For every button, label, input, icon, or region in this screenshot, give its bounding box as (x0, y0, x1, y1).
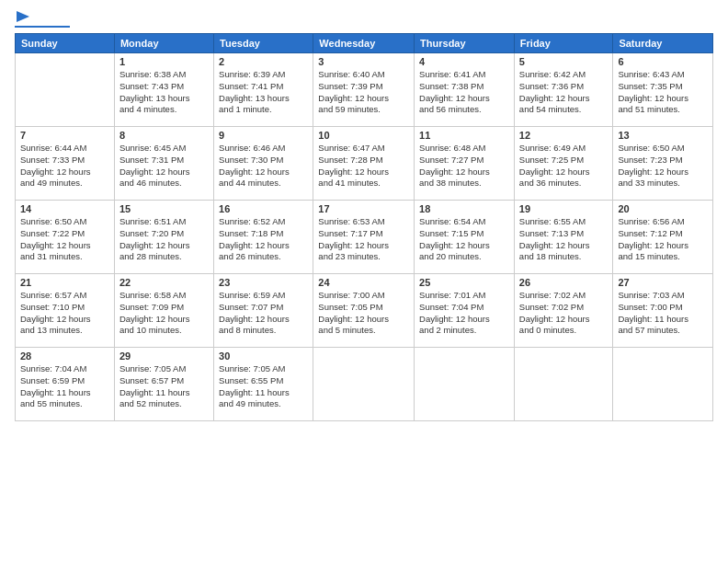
calendar-cell: 16Sunrise: 6:52 AMSunset: 7:18 PMDayligh… (214, 201, 313, 274)
calendar-cell: 15Sunrise: 6:51 AMSunset: 7:20 PMDayligh… (114, 201, 213, 274)
day-info: Sunrise: 6:41 AMSunset: 7:38 PMDaylight:… (419, 69, 509, 116)
calendar-cell: 29Sunrise: 7:05 AMSunset: 6:57 PMDayligh… (114, 348, 213, 421)
weekday-header-sunday: Sunday (16, 34, 115, 53)
day-number: 4 (419, 56, 509, 67)
day-number: 2 (219, 56, 308, 67)
day-number: 16 (219, 203, 308, 214)
day-number: 20 (618, 203, 708, 214)
calendar-cell: 26Sunrise: 7:02 AMSunset: 7:02 PMDayligh… (514, 274, 613, 348)
calendar-cell: 1Sunrise: 6:38 AMSunset: 7:43 PMDaylight… (114, 53, 213, 127)
day-number: 19 (519, 203, 609, 214)
calendar-cell: 22Sunrise: 6:58 AMSunset: 7:09 PMDayligh… (114, 274, 213, 348)
calendar-week-row: 7Sunrise: 6:44 AMSunset: 7:33 PMDaylight… (16, 127, 713, 201)
day-info: Sunrise: 6:55 AMSunset: 7:13 PMDaylight:… (519, 216, 609, 263)
day-number: 13 (618, 130, 708, 141)
day-number: 23 (219, 277, 308, 288)
day-number: 29 (119, 350, 209, 362)
calendar-cell: 17Sunrise: 6:53 AMSunset: 7:17 PMDayligh… (313, 201, 415, 274)
day-info: Sunrise: 6:49 AMSunset: 7:25 PMDaylight:… (519, 143, 609, 190)
day-info: Sunrise: 6:45 AMSunset: 7:31 PMDaylight:… (119, 143, 209, 190)
calendar-cell: 2Sunrise: 6:39 AMSunset: 7:41 PMDaylight… (214, 53, 313, 127)
calendar-cell: 12Sunrise: 6:49 AMSunset: 7:25 PMDayligh… (514, 127, 613, 201)
day-number: 22 (119, 277, 209, 288)
calendar-cell: 3Sunrise: 6:40 AMSunset: 7:39 PMDaylight… (313, 53, 415, 127)
calendar-cell: 25Sunrise: 7:01 AMSunset: 7:04 PMDayligh… (415, 274, 515, 348)
day-info: Sunrise: 6:38 AMSunset: 7:43 PMDaylight:… (119, 69, 209, 116)
day-info: Sunrise: 6:42 AMSunset: 7:36 PMDaylight:… (519, 69, 609, 116)
day-number: 25 (419, 277, 509, 288)
calendar-cell: 5Sunrise: 6:42 AMSunset: 7:36 PMDaylight… (514, 53, 613, 127)
day-number: 26 (519, 277, 609, 288)
calendar-cell: 30Sunrise: 7:05 AMSunset: 6:55 PMDayligh… (214, 348, 313, 421)
calendar-cell: 27Sunrise: 7:03 AMSunset: 7:00 PMDayligh… (613, 274, 713, 348)
calendar-cell (16, 53, 115, 127)
day-info: Sunrise: 6:40 AMSunset: 7:39 PMDaylight:… (318, 69, 409, 116)
page: SundayMondayTuesdayWednesdayThursdayFrid… (0, 0, 728, 563)
day-number: 5 (519, 56, 609, 67)
calendar-cell: 13Sunrise: 6:50 AMSunset: 7:23 PMDayligh… (613, 127, 713, 201)
calendar-cell: 18Sunrise: 6:54 AMSunset: 7:15 PMDayligh… (415, 201, 515, 274)
day-number: 10 (318, 130, 409, 141)
day-number: 7 (20, 130, 109, 141)
day-number: 21 (20, 277, 109, 288)
day-number: 15 (119, 203, 209, 214)
day-info: Sunrise: 6:50 AMSunset: 7:22 PMDaylight:… (20, 216, 109, 263)
day-info: Sunrise: 6:52 AMSunset: 7:18 PMDaylight:… (219, 216, 308, 263)
calendar-cell: 14Sunrise: 6:50 AMSunset: 7:22 PMDayligh… (16, 201, 115, 274)
calendar-week-row: 21Sunrise: 6:57 AMSunset: 7:10 PMDayligh… (16, 274, 713, 348)
header (15, 11, 713, 28)
day-number: 11 (419, 130, 509, 141)
day-number: 17 (318, 203, 409, 214)
day-number: 8 (119, 130, 209, 141)
calendar-week-row: 14Sunrise: 6:50 AMSunset: 7:22 PMDayligh… (16, 201, 713, 274)
day-info: Sunrise: 6:39 AMSunset: 7:41 PMDaylight:… (219, 69, 308, 116)
day-info: Sunrise: 6:59 AMSunset: 7:07 PMDaylight:… (219, 290, 308, 337)
day-number: 30 (219, 350, 308, 362)
calendar-cell: 23Sunrise: 6:59 AMSunset: 7:07 PMDayligh… (214, 274, 313, 348)
day-number: 3 (318, 56, 409, 67)
day-info: Sunrise: 6:48 AMSunset: 7:27 PMDaylight:… (419, 143, 509, 190)
calendar-cell: 24Sunrise: 7:00 AMSunset: 7:05 PMDayligh… (313, 274, 415, 348)
day-number: 14 (20, 203, 109, 214)
calendar-cell: 6Sunrise: 6:43 AMSunset: 7:35 PMDaylight… (613, 53, 713, 127)
day-info: Sunrise: 6:58 AMSunset: 7:09 PMDaylight:… (119, 290, 209, 337)
weekday-header-saturday: Saturday (613, 34, 713, 53)
day-info: Sunrise: 6:50 AMSunset: 7:23 PMDaylight:… (618, 143, 708, 190)
calendar-header-row: SundayMondayTuesdayWednesdayThursdayFrid… (16, 34, 713, 53)
weekday-header-tuesday: Tuesday (214, 34, 313, 53)
calendar-cell (514, 348, 613, 421)
calendar-week-row: 1Sunrise: 6:38 AMSunset: 7:43 PMDaylight… (16, 53, 713, 127)
day-number: 9 (219, 130, 308, 141)
day-info: Sunrise: 7:05 AMSunset: 6:57 PMDaylight:… (119, 363, 209, 410)
day-number: 18 (419, 203, 509, 214)
calendar-cell: 21Sunrise: 6:57 AMSunset: 7:10 PMDayligh… (16, 274, 115, 348)
weekday-header-monday: Monday (114, 34, 213, 53)
day-info: Sunrise: 7:03 AMSunset: 7:00 PMDaylight:… (618, 290, 708, 337)
day-number: 28 (20, 350, 109, 362)
day-info: Sunrise: 6:57 AMSunset: 7:10 PMDaylight:… (20, 290, 109, 337)
calendar-cell: 4Sunrise: 6:41 AMSunset: 7:38 PMDaylight… (415, 53, 515, 127)
calendar-cell (415, 348, 515, 421)
calendar-cell: 11Sunrise: 6:48 AMSunset: 7:27 PMDayligh… (415, 127, 515, 201)
day-number: 6 (618, 56, 708, 67)
calendar-cell (313, 348, 415, 421)
logo-underline (15, 26, 70, 28)
day-info: Sunrise: 7:02 AMSunset: 7:02 PMDaylight:… (519, 290, 609, 337)
day-info: Sunrise: 7:05 AMSunset: 6:55 PMDaylight:… (219, 363, 308, 410)
calendar-cell: 9Sunrise: 6:46 AMSunset: 7:30 PMDaylight… (214, 127, 313, 201)
calendar-table: SundayMondayTuesdayWednesdayThursdayFrid… (15, 33, 713, 421)
weekday-header-wednesday: Wednesday (313, 34, 415, 53)
calendar-cell: 10Sunrise: 6:47 AMSunset: 7:28 PMDayligh… (313, 127, 415, 201)
calendar-cell: 28Sunrise: 7:04 AMSunset: 6:59 PMDayligh… (16, 348, 115, 421)
day-number: 24 (318, 277, 409, 288)
logo-arrow-icon (17, 9, 31, 24)
day-info: Sunrise: 7:00 AMSunset: 7:05 PMDaylight:… (318, 290, 409, 337)
calendar-cell: 7Sunrise: 6:44 AMSunset: 7:33 PMDaylight… (16, 127, 115, 201)
calendar-cell: 20Sunrise: 6:56 AMSunset: 7:12 PMDayligh… (613, 201, 713, 274)
svg-marker-0 (17, 11, 29, 22)
day-info: Sunrise: 6:56 AMSunset: 7:12 PMDaylight:… (618, 216, 708, 263)
day-number: 27 (618, 277, 708, 288)
day-info: Sunrise: 7:04 AMSunset: 6:59 PMDaylight:… (20, 363, 109, 410)
day-info: Sunrise: 6:46 AMSunset: 7:30 PMDaylight:… (219, 143, 308, 190)
day-number: 12 (519, 130, 609, 141)
